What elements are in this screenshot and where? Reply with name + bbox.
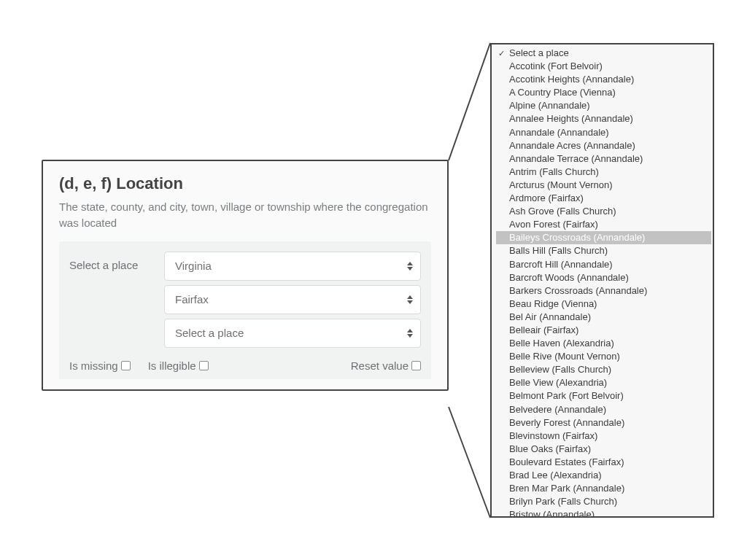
dropdown-item[interactable]: Baileys Crossroads (Annandale) xyxy=(496,231,711,244)
card-description: The state, county, and city, town, villa… xyxy=(59,199,431,231)
dropdown-item[interactable]: Annandale Terrace (Annandale) xyxy=(496,152,711,166)
dropdown-item[interactable]: Bristow (Annandale) xyxy=(496,508,711,518)
svg-marker-0 xyxy=(407,262,413,265)
dropdown-item[interactable]: Alpine (Annandale) xyxy=(496,99,711,112)
checkbox-icon xyxy=(121,361,131,370)
county-select[interactable]: Fairfax xyxy=(164,285,421,314)
dropdown-item[interactable]: Accotink Heights (Annandale) xyxy=(496,73,711,86)
chevron-updown-icon xyxy=(407,329,413,338)
dropdown-item[interactable]: Boulevard Estates (Fairfax) xyxy=(496,456,711,469)
svg-marker-2 xyxy=(407,295,413,299)
dropdown-item[interactable]: Annalee Heights (Annandale) xyxy=(496,112,711,125)
is-illegible-checkbox[interactable]: Is illegible xyxy=(148,359,209,372)
place-select[interactable]: Select a place xyxy=(164,319,421,348)
card-title: (d, e, f) Location xyxy=(59,174,431,193)
state-select-value: Virginia xyxy=(175,260,212,272)
is-missing-label: Is missing xyxy=(69,359,118,372)
dropdown-item[interactable]: Balls Hill (Falls Church) xyxy=(496,244,711,257)
svg-line-7 xyxy=(449,407,490,518)
checkbox-icon xyxy=(411,361,421,370)
reset-value-checkbox[interactable]: Reset value xyxy=(351,359,421,372)
dropdown-item[interactable]: Beau Ridge (Vienna) xyxy=(496,298,711,311)
dropdown-item[interactable]: Barcroft Hill (Annandale) xyxy=(496,258,711,271)
dropdown-item[interactable]: Avon Forest (Fairfax) xyxy=(496,218,711,231)
dropdown-item[interactable]: Belmont Park (Fort Belvoir) xyxy=(496,389,711,402)
dropdown-item[interactable]: Select a place xyxy=(496,47,711,60)
dropdown-item[interactable]: Annandale Acres (Annandale) xyxy=(496,139,711,152)
is-illegible-label: Is illegible xyxy=(148,359,196,372)
state-select[interactable]: Virginia xyxy=(164,252,421,281)
location-card: (d, e, f) Location The state, county, an… xyxy=(42,160,449,391)
dropdown-item[interactable]: A Country Place (Vienna) xyxy=(496,86,711,99)
place-dropdown-list[interactable]: Select a placeAccotink (Fort Belvoir)Acc… xyxy=(490,43,714,518)
select-a-place-label: Select a place xyxy=(69,252,164,352)
dropdown-item[interactable]: Antrim (Falls Church) xyxy=(496,166,711,179)
dropdown-item[interactable]: Accotink (Fort Belvoir) xyxy=(496,60,711,73)
dropdown-item[interactable]: Belleview (Falls Church) xyxy=(496,363,711,376)
dropdown-item[interactable]: Brad Lee (Alexandria) xyxy=(496,469,711,482)
reset-value-label: Reset value xyxy=(351,359,409,372)
place-select-value: Select a place xyxy=(175,327,244,339)
svg-marker-4 xyxy=(407,329,413,332)
dropdown-item[interactable]: Belle Rive (Mount Vernon) xyxy=(496,350,711,363)
footer-row: Is missing Is illegible Reset value xyxy=(69,358,421,372)
dropdown-item[interactable]: Brilyn Park (Falls Church) xyxy=(496,495,711,508)
is-missing-checkbox[interactable]: Is missing xyxy=(69,359,131,372)
dropdown-item[interactable]: Ardmore (Fairfax) xyxy=(496,192,711,205)
dropdown-item[interactable]: Belleair (Fairfax) xyxy=(496,324,711,337)
chevron-updown-icon xyxy=(407,262,413,271)
county-select-value: Fairfax xyxy=(175,293,209,306)
dropdown-item[interactable]: Arcturus (Mount Vernon) xyxy=(496,179,711,192)
dropdown-item[interactable]: Blevinstown (Fairfax) xyxy=(496,429,711,443)
chevron-updown-icon xyxy=(407,295,413,304)
form-area: Select a place Virginia Fairfax xyxy=(59,241,431,379)
form-fields: Virginia Fairfax Select a place xyxy=(164,252,421,352)
dropdown-item[interactable]: Blue Oaks (Fairfax) xyxy=(496,443,711,456)
dropdown-item[interactable]: Beverly Forest (Annandale) xyxy=(496,416,711,429)
dropdown-item[interactable]: Bel Air (Annandale) xyxy=(496,311,711,324)
dropdown-item[interactable]: Belle View (Alexandria) xyxy=(496,376,711,389)
dropdown-item[interactable]: Belle Haven (Alexandria) xyxy=(496,337,711,350)
checkbox-icon xyxy=(199,361,209,370)
svg-marker-3 xyxy=(407,300,413,304)
dropdown-item[interactable]: Annandale (Annandale) xyxy=(496,126,711,139)
svg-line-6 xyxy=(449,43,490,160)
dropdown-item[interactable]: Barkers Crossroads (Annandale) xyxy=(496,284,711,298)
form-row: Select a place Virginia Fairfax xyxy=(69,252,421,352)
dropdown-item[interactable]: Bren Mar Park (Annandale) xyxy=(496,482,711,495)
dropdown-item[interactable]: Ash Grove (Falls Church) xyxy=(496,205,711,218)
svg-marker-1 xyxy=(407,267,413,271)
dropdown-item[interactable]: Belvedere (Annandale) xyxy=(496,403,711,416)
dropdown-item[interactable]: Barcroft Woods (Annandale) xyxy=(496,271,711,284)
svg-marker-5 xyxy=(407,334,413,338)
